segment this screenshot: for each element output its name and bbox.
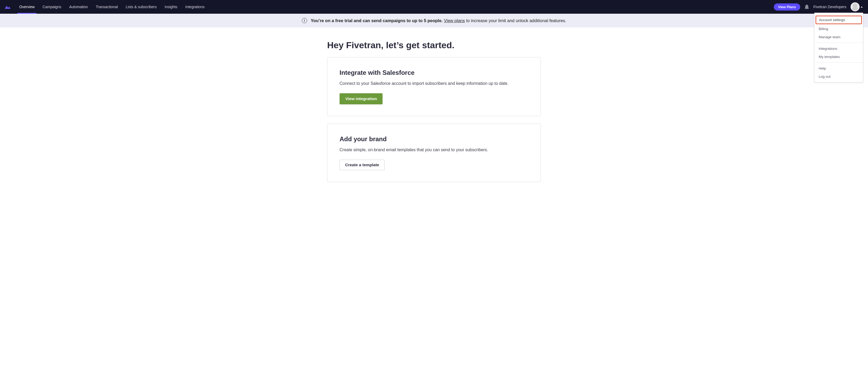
view-plans-button[interactable]: View Plans xyxy=(774,3,800,10)
card-salesforce-desc: Connect to your Salesforce account to im… xyxy=(340,81,528,86)
main-nav: Overview Campaigns Automation Transactio… xyxy=(15,0,209,14)
notifications-icon[interactable] xyxy=(804,4,809,9)
trial-strong-text: You’re on a free trial and can send camp… xyxy=(311,18,443,23)
card-brand: Add your brand Create simple, on-brand e… xyxy=(327,124,541,182)
trial-rest-text: to increase your limit and unlock additi… xyxy=(466,18,566,23)
nav-insights[interactable]: Insights xyxy=(161,0,181,14)
dropdown-manage-team[interactable]: Manage team xyxy=(814,33,863,41)
create-template-button[interactable]: Create a template xyxy=(340,160,385,170)
nav-transactional[interactable]: Transactional xyxy=(92,0,122,14)
page-title: Hey Fivetran, let’s get started. xyxy=(327,40,541,50)
dropdown-billing[interactable]: Billing xyxy=(814,25,863,33)
dropdown-account-settings[interactable]: Account settings xyxy=(816,16,861,24)
avatar xyxy=(850,2,860,11)
svg-marker-0 xyxy=(5,6,10,9)
card-salesforce-title: Integrate with Salesforce xyxy=(340,69,528,76)
nav-overview[interactable]: Overview xyxy=(15,0,38,14)
dropdown-log-out[interactable]: Log out xyxy=(814,72,863,81)
info-icon: i xyxy=(302,18,307,23)
logo[interactable] xyxy=(5,5,10,9)
dropdown-integrations[interactable]: Integrations xyxy=(814,44,863,53)
nav-campaigns[interactable]: Campaigns xyxy=(38,0,65,14)
topbar-right: View Plans Fivetran Developers xyxy=(774,2,863,11)
nav-automation[interactable]: Automation xyxy=(65,0,92,14)
user-dropdown: Account settings Billing Manage team Int… xyxy=(814,13,863,82)
caret-up-icon xyxy=(861,6,863,8)
main-content: Hey Fivetran, let’s get started. Integra… xyxy=(322,40,546,182)
card-salesforce: Integrate with Salesforce Connect to you… xyxy=(327,57,541,116)
dropdown-my-templates[interactable]: My templates xyxy=(814,53,863,61)
card-brand-desc: Create simple, on-brand email templates … xyxy=(340,147,528,152)
card-brand-title: Add your brand xyxy=(340,135,528,143)
nav-integrations[interactable]: Integrations xyxy=(181,0,209,14)
trial-banner: i You’re on a free trial and can send ca… xyxy=(0,14,868,27)
nav-lists-subscribers[interactable]: Lists & subscribers xyxy=(122,0,161,14)
dropdown-help[interactable]: Help xyxy=(814,64,863,72)
trial-view-plans-link[interactable]: View plans xyxy=(444,18,465,23)
user-menu-trigger[interactable] xyxy=(850,2,863,11)
view-integration-button[interactable]: View integration xyxy=(340,93,382,104)
topbar: Overview Campaigns Automation Transactio… xyxy=(0,0,868,14)
user-label: Fivetran Developers xyxy=(813,5,846,9)
